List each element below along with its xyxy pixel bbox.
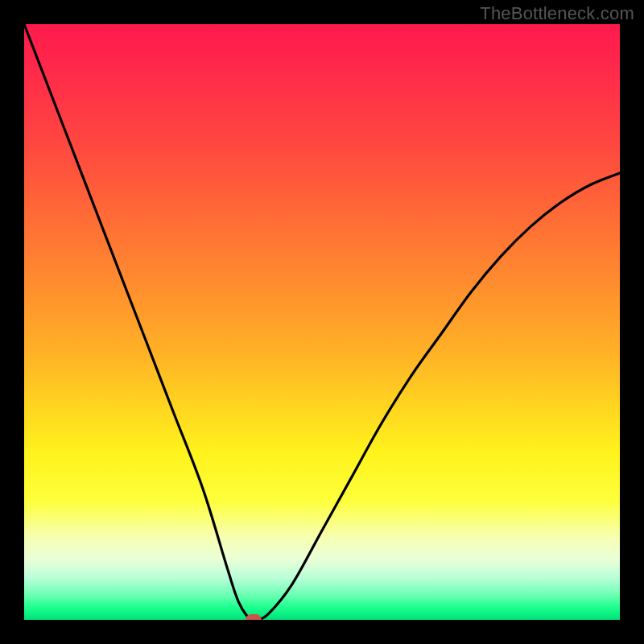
curve-path (24, 24, 620, 620)
watermark-text: TheBottleneck.com (480, 3, 634, 24)
bottleneck-curve (24, 24, 620, 620)
plot-area (24, 24, 620, 620)
optimal-point-marker (246, 614, 262, 620)
chart-frame: TheBottleneck.com (0, 0, 644, 644)
